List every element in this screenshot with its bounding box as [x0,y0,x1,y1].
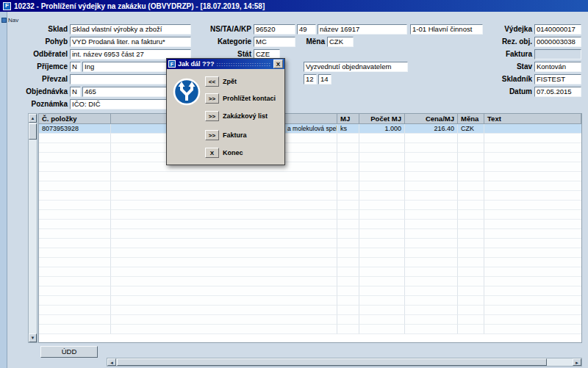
invoice-label: Faktura [223,131,247,139]
table-cell [39,229,111,239]
table-row[interactable] [39,325,581,334]
window-titlebar[interactable]: F 10232 - Prohlížení výdejky na zakázku … [0,0,588,12]
table-cell [337,306,359,315]
table-row[interactable] [39,181,581,191]
table-row[interactable] [39,248,581,258]
scroll-right-icon[interactable]: ► [573,358,581,366]
table-row[interactable] [39,210,581,220]
invoice-button[interactable]: >> [205,130,219,140]
col-header-text[interactable]: Text [484,114,581,124]
horizontal-scrollbar[interactable]: ◄ ► [107,358,582,367]
stav-field[interactable]: Kontován [534,62,581,72]
horizontal-scroll-thumb[interactable] [117,358,547,366]
ta-field[interactable]: 49 [297,24,316,35]
faktura-field[interactable] [534,49,581,59]
sklad-field[interactable]: Sklad vlastní výrobky a zboží [70,24,191,35]
dialog-titlebar[interactable]: F Jak dál ??? :::::::::::::::::::::::: X [167,59,284,69]
ns-field[interactable]: 96520 [254,24,295,35]
table-cell [484,229,581,239]
table-row[interactable] [39,191,581,201]
table-row[interactable] [39,220,581,229]
view-posting-button[interactable]: >> [205,93,219,104]
datum-field[interactable]: 07.05.2015 [534,87,581,97]
table-cell [359,325,405,334]
table-cell [405,172,458,181]
table-cell [111,248,337,258]
skladnik-field[interactable]: FISTEST [534,74,581,84]
pohyb-field[interactable]: VYD Prodaná liter. na fakturu* [70,37,191,47]
table-row[interactable] [39,296,581,306]
table-cell [111,172,337,181]
table-row[interactable] [39,229,581,239]
col-header-cena-mj[interactable]: Cena/MJ [405,114,458,124]
udd-button[interactable]: ÚDD [40,346,98,358]
ns-nazev-field[interactable]: název 16917 [318,24,407,35]
rez-obj-field[interactable]: 0000003038 [534,37,581,47]
scroll-up-icon[interactable]: ▲ [29,114,37,123]
ns-ta-a-kp-label: NS/TA/A/KP [197,24,251,35]
col-header-mena[interactable]: Měna [458,114,484,124]
table-cell [458,315,484,325]
table-cell [405,191,458,201]
table-cell [405,153,458,162]
objednavka-flag-field[interactable]: N [70,87,81,97]
jak-dal-dialog: F Jak dál ??? :::::::::::::::::::::::: X… [166,58,285,165]
table-cell [405,220,458,229]
odberatel-label: Odběratel [6,49,68,59]
table-row[interactable] [39,162,581,172]
table-row[interactable] [39,172,581,181]
doprava-field[interactable]: Vyzvednutí objednavatelem [304,62,408,72]
table-row[interactable] [39,153,581,162]
vertical-scroll-thumb[interactable] [29,123,37,140]
vydejka-field[interactable]: 0140000017 [534,24,581,35]
table-cell [39,210,111,220]
table-cell [484,267,581,277]
table-row[interactable] [39,134,581,143]
table-cell [484,286,581,296]
dialog-close-button[interactable]: X [273,59,283,68]
table-row-selected[interactable]: 8073953928 a molekulová spektroskopie se… [39,124,581,134]
table-row[interactable] [39,201,581,210]
nav-toggle[interactable]: Nav [1,17,18,24]
items-table: Č. položky MJ Počet MJ Cena/MJ Měna Text… [38,113,582,343]
table-row[interactable] [39,277,581,286]
table-cell [337,153,359,162]
table-cell [111,277,337,286]
table-cell [405,277,458,286]
order-sheet-button[interactable]: >> [205,111,219,121]
table-row[interactable] [39,239,581,248]
table-cell [484,296,581,306]
table-vertical-scrollbar[interactable]: ▲ ▼ [28,113,37,343]
table-row[interactable] [39,306,581,315]
scroll-left-icon[interactable]: ◄ [107,358,116,366]
obdobi-field-2[interactable]: 14 [318,74,331,84]
obdobi-field-1[interactable]: 12 [304,74,317,84]
end-button[interactable]: X [205,148,219,158]
table-cell [405,229,458,239]
table-row[interactable] [39,258,581,267]
rez-obj-label: Rez. obj. [476,37,532,47]
col-header-mj[interactable]: MJ [337,114,359,124]
prijemce-flag-field[interactable]: N [70,62,81,72]
table-cell [337,181,359,191]
table-cell [359,248,405,258]
table-cell [484,153,581,162]
col-header-pocet-mj[interactable]: Počet MJ [359,114,405,124]
cinnost-field[interactable]: 1-01 Hlavní činnost [410,24,483,35]
table-row[interactable] [39,267,581,277]
table-cell [458,210,484,220]
table-row[interactable] [39,143,581,153]
table-cell [405,315,458,325]
table-cell [359,153,405,162]
table-cell [337,172,359,181]
table-row[interactable] [39,315,581,325]
back-button[interactable]: << [205,76,219,87]
table-row[interactable] [39,286,581,296]
mena-field[interactable]: CZK [327,37,354,47]
table-cell [111,286,337,296]
table-cell [405,258,458,267]
scroll-down-icon[interactable]: ▼ [29,333,37,342]
kategorie-field[interactable]: MC [254,37,295,47]
table-cell [405,306,458,315]
col-header-item-number[interactable]: Č. položky [39,114,111,124]
